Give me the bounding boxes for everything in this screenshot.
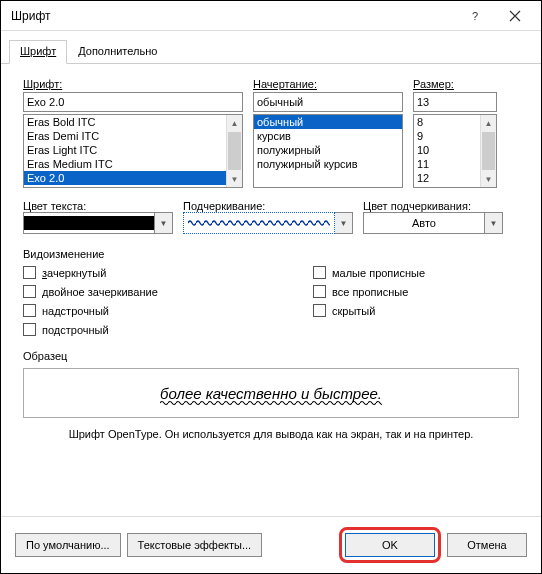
- underline-label: Подчеркивание:: [183, 200, 353, 212]
- checkbox-icon: [313, 266, 326, 279]
- list-item[interactable]: полужирный: [254, 143, 402, 157]
- effects-label: Видоизменение: [23, 248, 519, 260]
- font-label: Шрифт:: [23, 78, 243, 90]
- list-item[interactable]: Eras Medium ITC: [24, 157, 226, 171]
- list-item[interactable]: полужирный курсив: [254, 157, 402, 171]
- size-listbox[interactable]: 8 9 10 11 12 ▲ ▼: [413, 114, 497, 188]
- cancel-button[interactable]: Отмена: [447, 533, 527, 557]
- window-title: Шрифт: [11, 9, 455, 23]
- font-input[interactable]: [23, 92, 243, 112]
- check-subscript[interactable]: подстрочный: [23, 323, 313, 336]
- close-button[interactable]: [495, 3, 535, 29]
- list-item[interactable]: 8: [414, 115, 480, 129]
- ok-button[interactable]: OK: [345, 533, 435, 557]
- list-item[interactable]: 12: [414, 171, 480, 185]
- style-listbox[interactable]: обычный курсив полужирный полужирный кур…: [253, 114, 403, 188]
- check-dstrike[interactable]: двойное зачеркивание: [23, 285, 313, 298]
- list-item[interactable]: 11: [414, 157, 480, 171]
- textcolor-combo[interactable]: ▼: [23, 212, 173, 234]
- style-input[interactable]: [253, 92, 403, 112]
- svg-text:?: ?: [472, 10, 478, 22]
- tab-font[interactable]: Шрифт: [9, 40, 67, 64]
- tab-advanced[interactable]: Дополнительно: [67, 40, 168, 64]
- tab-strip: Шрифт Дополнительно: [1, 31, 541, 64]
- scrollbar[interactable]: ▲ ▼: [480, 115, 496, 187]
- sample-preview: более качественно и быстрее.: [23, 368, 519, 418]
- check-allcaps[interactable]: все прописные: [313, 285, 425, 298]
- ok-highlight: OK: [339, 527, 441, 563]
- ulcolor-label: Цвет подчеркивания:: [363, 200, 503, 212]
- titlebar: Шрифт ?: [1, 1, 541, 31]
- list-item[interactable]: Eras Demi ITC: [24, 129, 226, 143]
- color-chip: [24, 216, 154, 230]
- scroll-down-icon[interactable]: ▼: [481, 171, 496, 187]
- size-input[interactable]: [413, 92, 497, 112]
- checkbox-icon: [313, 285, 326, 298]
- checkbox-icon: [23, 266, 36, 279]
- scroll-up-icon[interactable]: ▲: [481, 115, 496, 131]
- list-item[interactable]: курсив: [254, 129, 402, 143]
- list-item[interactable]: 10: [414, 143, 480, 157]
- default-button[interactable]: По умолчанию...: [15, 533, 121, 557]
- style-label: Начертание:: [253, 78, 403, 90]
- font-note: Шрифт OpenType. Он используется для выво…: [23, 428, 519, 440]
- check-smallcaps[interactable]: малые прописные: [313, 266, 425, 279]
- list-item[interactable]: Exo 2.0: [24, 171, 226, 185]
- content-area: Шрифт: Eras Bold ITC Eras Demi ITC Eras …: [1, 64, 541, 516]
- scroll-down-icon[interactable]: ▼: [227, 171, 242, 187]
- scroll-thumb[interactable]: [482, 132, 495, 170]
- chevron-down-icon[interactable]: ▼: [485, 212, 503, 234]
- chevron-down-icon[interactable]: ▼: [155, 212, 173, 234]
- checkbox-icon: [23, 323, 36, 336]
- sample-text: более качественно и быстрее.: [160, 385, 382, 402]
- font-listbox[interactable]: Eras Bold ITC Eras Demi ITC Eras Light I…: [23, 114, 243, 188]
- font-dialog: Шрифт ? Шрифт Дополнительно Шрифт: Eras …: [0, 0, 542, 574]
- scroll-up-icon[interactable]: ▲: [227, 115, 242, 131]
- check-hidden[interactable]: скрытый: [313, 304, 425, 317]
- scroll-thumb[interactable]: [228, 132, 241, 170]
- sample-label: Образец: [23, 350, 519, 362]
- textcolor-label: Цвет текста:: [23, 200, 173, 212]
- checkbox-icon: [313, 304, 326, 317]
- list-item[interactable]: 9: [414, 129, 480, 143]
- scrollbar[interactable]: ▲ ▼: [226, 115, 242, 187]
- texteffects-button[interactable]: Текстовые эффекты...: [127, 533, 263, 557]
- check-superscript[interactable]: надстрочный: [23, 304, 313, 317]
- list-item[interactable]: обычный: [254, 115, 402, 129]
- help-button[interactable]: ?: [455, 3, 495, 29]
- wavy-underline-icon: [188, 218, 330, 228]
- underline-combo[interactable]: ▼: [183, 212, 353, 234]
- chevron-down-icon[interactable]: ▼: [335, 212, 353, 234]
- check-strike[interactable]: зачеркнутый: [23, 266, 313, 279]
- checkbox-icon: [23, 304, 36, 317]
- list-item[interactable]: Eras Light ITC: [24, 143, 226, 157]
- footer: По умолчанию... Текстовые эффекты... OK …: [1, 516, 541, 573]
- size-label: Размер:: [413, 78, 497, 90]
- checkbox-icon: [23, 285, 36, 298]
- ulcolor-combo[interactable]: Авто ▼: [363, 212, 503, 234]
- list-item[interactable]: Eras Bold ITC: [24, 115, 226, 129]
